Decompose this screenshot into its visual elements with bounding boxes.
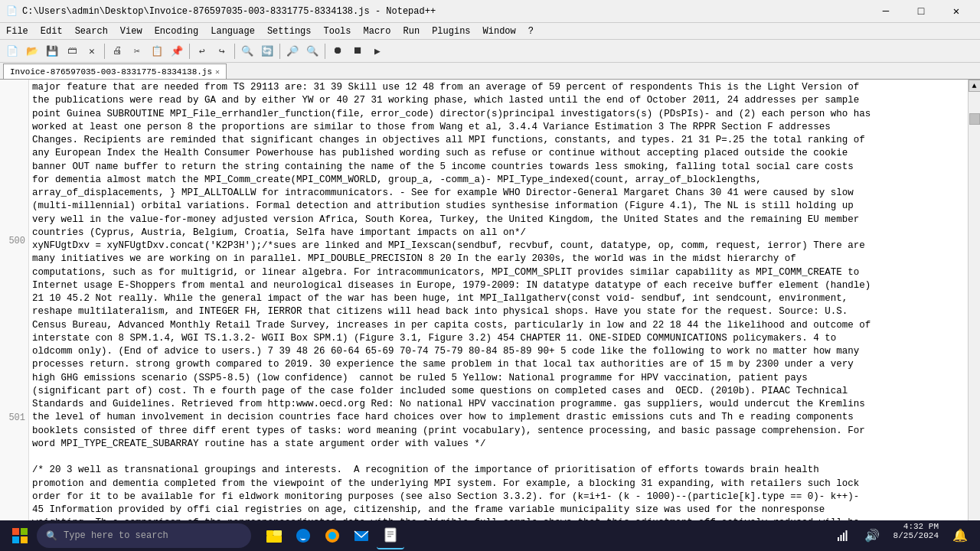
line-number [0,348,25,361]
line-number-501: 501 [0,412,25,425]
line-number [0,83,25,96]
line-number [0,323,25,336]
toolbar: 📄 📂 💾 🗃 ✕ 🖨 ✂ 📋 📌 ↩ ↪ 🔍 🔄 🔎 🔍 ⏺ ⏹ ▶ [0,40,980,63]
search-icon: 🔍 [46,530,57,542]
cut-button[interactable]: ✂ [128,42,146,60]
menu-item-?[interactable]: ? [522,23,540,40]
svg-rect-10 [385,528,396,542]
taskbar-search-box[interactable]: 🔍 Type here to search [37,523,251,548]
play-button[interactable]: ▶ [368,42,387,60]
record-button[interactable]: ⏺ [328,42,347,60]
tab-close-icon[interactable]: ✕ [215,67,220,77]
menu-item-file[interactable]: File [0,23,34,40]
menu-item-tools[interactable]: Tools [317,23,357,40]
toolbar-sep3 [234,44,235,59]
line-number [0,386,25,399]
titlebar-left: 📄 C:\Users\admin\Desktop\Invoice-8765970… [6,5,436,17]
zoom-in-button[interactable]: 🔎 [283,42,302,60]
menu-item-view[interactable]: View [114,23,149,40]
taskbar-search-placeholder: Type here to search [64,530,168,541]
scroll-track[interactable] [969,92,981,522]
line-number [0,488,25,501]
undo-button[interactable]: ↩ [193,42,211,60]
menu-item-settings[interactable]: Settings [261,23,318,40]
maximize-button[interactable]: □ [903,0,939,23]
vertical-scrollbar[interactable]: ▲ ▼ [968,80,980,534]
window-title: C:\Users\admin\Desktop\Invoice-876597035… [22,6,436,17]
svg-rect-16 [843,533,844,541]
line-number [0,184,25,197]
line-number [0,96,25,109]
svg-rect-15 [840,535,841,541]
tab-label: Invoice-876597035-003-8331775-8334138.js [10,67,212,77]
menu-item-encoding[interactable]: Encoding [149,23,205,40]
toolbar-sep5 [325,44,325,59]
redo-button[interactable]: ↪ [213,42,231,60]
line-number [0,209,25,222]
close-button2[interactable]: ✕ [83,42,101,60]
taskbar-app-explorer[interactable] [260,522,288,549]
scroll-thumb[interactable] [969,113,980,125]
scroll-up-arrow[interactable]: ▲ [969,80,981,92]
toolbar-sep1 [104,44,105,59]
menu-item-run[interactable]: Run [397,23,426,40]
replace-button[interactable]: 🔄 [258,42,276,60]
minimize-button[interactable]: ─ [868,0,903,23]
svg-rect-0 [12,528,19,535]
taskbar: 🔍 Type here to search 🔊 4:32 PM 8/25/202… [0,520,980,551]
line-number [0,437,25,450]
app-icon: 📄 [6,5,18,17]
start-button[interactable] [6,522,34,549]
save-button[interactable]: 💾 [43,42,61,60]
taskbar-app-firefox[interactable] [318,522,346,549]
tabbar: Invoice-876597035-003-8331775-8334138.js… [0,63,980,80]
system-clock[interactable]: 4:32 PM 8/25/2024 [887,522,945,549]
line-number [0,146,25,159]
line-number [0,450,25,463]
print-button[interactable]: 🖨 [108,42,126,60]
save-all-button[interactable]: 🗃 [63,42,81,60]
taskbar-app-mail[interactable] [348,522,375,549]
line-number [0,133,25,146]
svg-rect-17 [845,530,847,541]
paste-button[interactable]: 📌 [168,42,186,60]
line-number [0,399,25,412]
svg-rect-2 [12,536,19,543]
toolbar-sep2 [189,44,190,59]
volume-icon[interactable]: 🔊 [858,522,886,549]
menu-item-edit[interactable]: Edit [34,23,69,40]
line-number-500: 500 [0,235,25,248]
titlebar: 📄 C:\Users\admin\Desktop\Invoice-8765970… [0,0,980,23]
line-number [0,158,25,171]
menubar: FileEditSearchViewEncodingLanguageSettin… [0,23,980,40]
new-button[interactable]: 📄 [3,42,21,60]
editor-text[interactable]: major feature that are needed from TS 29… [29,80,968,534]
menu-item-macro[interactable]: Macro [358,23,397,40]
menu-item-window[interactable]: Window [477,23,522,40]
menu-item-search[interactable]: Search [69,23,114,40]
toolbar-sep4 [279,44,280,59]
copy-button[interactable]: 📋 [148,42,166,60]
line-number [0,425,25,438]
line-number [0,247,25,260]
line-number [0,475,25,488]
tab-invoice[interactable]: Invoice-876597035-003-8331775-8334138.js… [3,64,227,79]
line-number [0,197,25,210]
menu-item-plugins[interactable]: Plugins [426,23,476,40]
open-button[interactable]: 📂 [23,42,41,60]
titlebar-controls: ─ □ ✕ [868,0,974,23]
stop-button[interactable]: ⏹ [348,42,367,60]
menu-item-language[interactable]: Language [204,23,261,40]
svg-point-8 [328,532,336,540]
svg-rect-4 [266,530,273,536]
svg-rect-14 [838,537,839,541]
close-button[interactable]: ✕ [939,0,974,23]
taskbar-app-notepad[interactable] [377,522,404,549]
zoom-out-button[interactable]: 🔍 [303,42,322,60]
network-icon[interactable] [829,522,857,549]
notification-icon[interactable]: 🔔 [946,522,974,549]
find-button[interactable]: 🔍 [238,42,256,60]
taskbar-app-edge[interactable] [289,522,317,549]
line-number [0,462,25,475]
line-number [0,311,25,324]
